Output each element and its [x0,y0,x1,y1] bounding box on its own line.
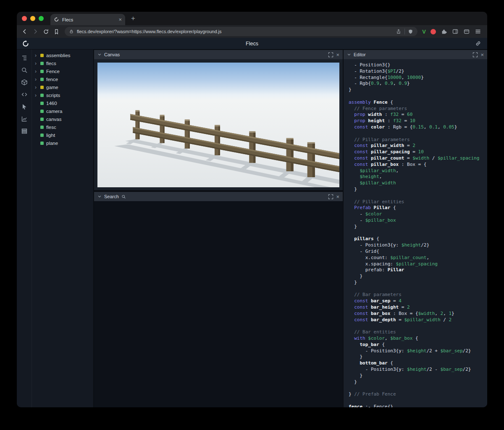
entity-color-dot [40,54,44,57]
expand-arrow-icon[interactable]: › [35,77,39,82]
entity-tree-icon[interactable] [21,55,28,61]
search-icon[interactable] [21,67,28,73]
new-tab-button[interactable]: + [128,13,139,24]
puzzle-extensions-icon[interactable] [441,28,447,35]
panel-title: Search [104,194,119,199]
code-line: const bar_height = 2 [349,304,487,311]
editor-panel: Editor × - Position3{} - Rotation3{$PI/2… [344,50,487,407]
bookmark-icon[interactable] [52,27,61,36]
tree-item-light[interactable]: light [32,131,93,139]
shield-icon[interactable] [408,29,413,34]
code-line: - $color [349,211,487,218]
tree-item-1460[interactable]: 1460 [32,99,93,107]
search-panel: Search × [94,192,343,407]
center-column: Canvas × [94,50,343,407]
inspect-icon[interactable] [21,103,28,110]
back-button[interactable] [20,27,29,36]
expand-arrow-icon[interactable]: › [35,93,39,98]
close-icon[interactable]: × [336,194,339,199]
browser-tab[interactable]: Flecs × [50,14,125,25]
code-line [349,131,487,137]
red-extension-icon[interactable] [430,29,436,34]
expand-arrow-icon[interactable]: › [35,85,39,90]
flecs-logo-icon[interactable] [22,40,29,47]
share-icon[interactable] [396,29,402,34]
cube-icon[interactable] [21,79,28,86]
window-controls [22,16,44,21]
sidebar-toggle-icon[interactable] [452,28,459,35]
canvas-3d-render[interactable] [97,63,339,187]
collapse-chevron-icon[interactable] [347,52,351,57]
code-icon[interactable] [21,91,28,98]
search-panel-header: Search × [94,192,343,201]
code-line: - Position3{} [349,62,487,68]
code-line: const pillar_box : Box = { [349,162,487,168]
entity-color-dot [40,110,44,113]
editor-code[interactable]: - Position3{} - Rotation3{$PI/2} - Recta… [344,59,487,407]
entity-color-dot [40,134,44,137]
maximize-icon[interactable] [328,52,333,58]
tree-item-assemblies[interactable]: ›assemblies [32,51,93,59]
tree-item-label: game [46,85,58,90]
tree-item-label: assemblies [46,53,71,58]
code-line: x.spacing: $pillar_spacing [349,261,487,267]
wallet-icon[interactable] [463,28,470,35]
code-line: } [349,280,487,286]
code-line: // Pillar parameters [349,137,487,143]
forward-button[interactable] [31,27,40,36]
vimium-extension-icon[interactable]: V [422,29,426,35]
code-line: - Rgb{0.9, 0.9, 0.9} [349,81,487,87]
tree-item-scripts[interactable]: ›scripts [32,91,93,99]
search-results-area[interactable] [94,201,343,407]
tree-item-plane[interactable]: plane [32,139,93,147]
minimize-window-button[interactable] [30,16,35,21]
code-line: x.count: $pillar_count, [349,255,487,261]
entity-color-dot [40,62,44,65]
tree-item-canvas[interactable]: canvas [32,115,93,123]
tab-favicon [54,17,59,22]
search-icon [121,194,126,199]
maximize-icon[interactable] [472,52,478,58]
entity-color-dot [40,94,44,97]
zoom-window-button[interactable] [39,16,44,21]
code-line: } // Prefab Fence [349,391,487,398]
code-line: // Bar parameters [349,292,487,298]
expand-arrow-icon[interactable]: › [35,61,39,66]
code-line [349,398,487,404]
collapse-chevron-icon[interactable] [97,52,102,57]
close-icon[interactable]: × [480,52,484,58]
close-window-button[interactable] [22,16,27,21]
close-tab-icon[interactable]: × [118,17,122,22]
entity-color-dot [40,118,44,121]
expand-arrow-icon[interactable]: › [35,53,39,58]
stats-icon[interactable] [21,115,28,122]
tree-item-camera[interactable]: camera [32,107,93,115]
code-line: $pillar_width, [349,168,487,174]
tree-item-label: light [46,133,55,138]
entity-color-dot [40,70,44,73]
collapse-chevron-icon[interactable] [97,194,102,199]
rows-icon[interactable] [21,128,28,134]
code-line: with $color, $bar_box { [349,336,487,342]
code-line: const color : Rgb = {0.15, 0.1, 0.05} [349,124,487,131]
entity-tree: ›assemblies›flecs›Fence›fence›game›scrip… [32,50,93,407]
expand-arrow-icon[interactable]: › [35,69,39,74]
tree-item-Fence[interactable]: ›Fence [32,67,93,75]
tab-strip: Flecs × + [17,12,487,25]
tree-item-flecs[interactable]: ›flecs [32,59,93,67]
address-bar[interactable]: flecs.dev/explorer/?wasm=https://www.fle… [65,27,417,36]
divider [404,29,405,34]
tree-item-game[interactable]: ›game [32,83,93,91]
code-line: const bar_depth = $pillar_width / 2 [349,317,487,323]
code-line: const pillar_count = $width / $pillar_sp… [349,155,487,162]
reload-button[interactable] [41,27,50,36]
tree-item-flesc[interactable]: flesc [32,123,93,131]
maximize-icon[interactable] [328,194,333,199]
code-line: const pillar_width = 2 [349,143,487,149]
code-line: assembly Fence { [349,100,487,106]
share-link-icon[interactable] [475,40,481,47]
tree-item-fence[interactable]: ›fence [32,75,93,83]
menu-icon[interactable] [475,28,481,35]
close-icon[interactable]: × [336,52,339,58]
code-line: - Grid{ [349,249,487,255]
